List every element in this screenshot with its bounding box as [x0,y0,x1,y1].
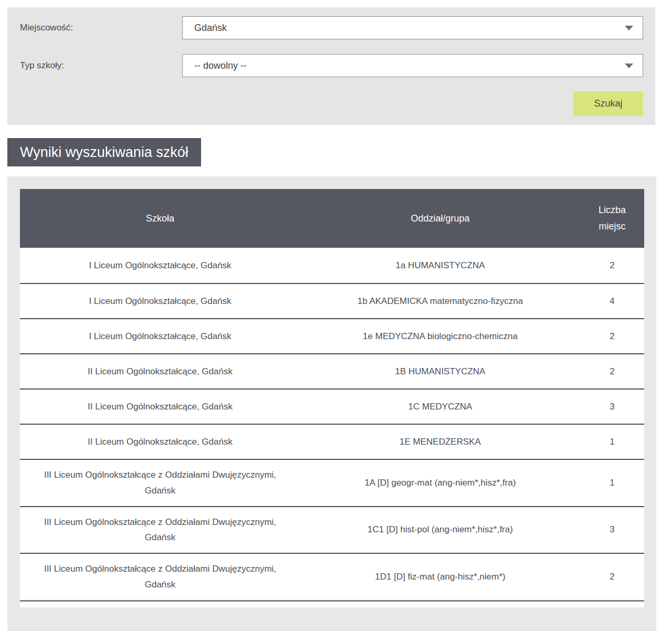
table-row: I Liceum Ogólnokształcące, Gdańsk 1a HUM… [20,248,644,283]
places-cell: 2 [580,248,644,283]
school-cell: II Liceum Ogólnokształcące, Gdańsk [20,390,300,424]
city-label: Miejscowość: [20,16,73,39]
school-cell: I Liceum Ogólnokształcące, Gdańsk [20,248,300,283]
city-select[interactable]: Gdańsk [182,16,643,39]
column-header-places: Liczba miejsc [580,189,644,248]
school-type-select[interactable]: -- dowolny -- [182,54,643,77]
places-cell: 2 [580,319,644,353]
school-cell: III Liceum Ogólnokształcące z Oddziałami… [20,460,300,506]
school-search-form: Miejscowość: Gdańsk Typ szkoły: -- dowol… [7,7,655,125]
group-cell: 1E MENEDŻERSKA [300,425,580,459]
column-header-group: Oddział/grupa [300,189,580,248]
group-cell: 1a HUMANISTYCZNA [300,248,580,283]
results-panel: Szkoła Oddział/grupa Liczba miejsc I Lic… [7,176,656,631]
results-table: Szkoła Oddział/grupa Liczba miejsc I Lic… [20,189,644,607]
chevron-down-icon [625,64,633,68]
school-cell: I Liceum Ogólnokształcące, Gdańsk [20,284,300,318]
group-cell: 1A [D] geogr-mat (ang-niem*,hisz*,fra) [300,460,580,506]
places-cell: 2 [580,554,644,600]
chevron-down-icon [625,26,633,30]
places-cell: 1 [580,460,644,506]
table-row: III Liceum Ogólnokształcące z Oddziałami… [20,506,644,553]
table-body: I Liceum Ogólnokształcące, Gdańsk 1a HUM… [20,248,644,600]
table-row: I Liceum Ogólnokształcące, Gdańsk 1e MED… [20,318,644,353]
table-row: III Liceum Ogólnokształcące z Oddziałami… [20,553,644,600]
school-cell: III Liceum Ogólnokształcące z Oddziałami… [20,507,300,553]
city-select-value: Gdańsk [183,23,227,34]
places-cell: 2 [580,354,644,388]
group-cell: 1e MEDYCZNA biologiczno-chemiczna [300,319,580,353]
table-row: I Liceum Ogólnokształcące, Gdańsk 1b AKA… [20,283,644,318]
group-cell: 1B HUMANISTYCZNA [300,354,580,388]
search-button[interactable]: Szukaj [573,91,643,116]
group-cell: 1b AKADEMICKA matematyczno-fizyczna [300,284,580,318]
places-cell: 4 [580,284,644,318]
table-row: II Liceum Ogólnokształcące, Gdańsk 1B HU… [20,353,644,388]
school-type-select-value: -- dowolny -- [183,60,247,71]
places-cell: 3 [580,390,644,424]
school-cell: II Liceum Ogólnokształcące, Gdańsk [20,354,300,388]
group-cell: 1D1 [D] fiz-mat (ang-hisz*,niem*) [300,554,580,600]
table-row: II Liceum Ogólnokształcące, Gdańsk 1C ME… [20,388,644,424]
group-cell: 1C1 [D] hist-pol (ang-niem*,hisz*,fra) [300,507,580,553]
school-cell: III Liceum Ogólnokształcące z Oddziałami… [20,554,300,600]
school-cell: II Liceum Ogólnokształcące, Gdańsk [20,425,300,459]
places-cell: 3 [580,507,644,553]
table-row: II Liceum Ogólnokształcące, Gdańsk 1E ME… [20,424,644,459]
table-row: III Liceum Ogólnokształcące z Oddziałami… [20,459,644,506]
places-cell: 1 [580,425,644,459]
table-header-row: Szkoła Oddział/grupa Liczba miejsc [20,189,644,248]
column-header-school: Szkoła [20,189,300,248]
school-type-label: Typ szkoły: [20,54,64,77]
group-cell: 1C MEDYCZNA [300,390,580,424]
school-cell: I Liceum Ogólnokształcące, Gdańsk [20,319,300,353]
table-row-partial [20,600,644,607]
results-title: Wyniki wyszukiwania szkół [7,138,201,166]
